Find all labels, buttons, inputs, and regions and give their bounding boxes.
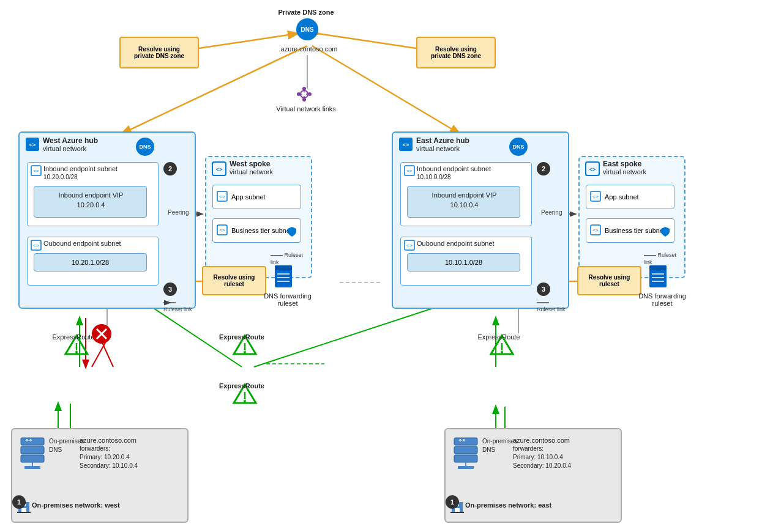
- west-hub-vip-label: Inbound endpoint VIP: [34, 191, 148, 199]
- onprem-east-title: On-premises network: east: [465, 501, 551, 509]
- west-hub-vip-ip: 10.20.0.4: [34, 201, 148, 209]
- onprem-west-dns-label: On-premises: [49, 438, 84, 445]
- west-expressroute-icon: ExpressRoute: [58, 333, 95, 360]
- east-hub-outbound-ip: 10.10.1.0/28: [445, 259, 482, 266]
- west-hub-title: West Azure hub: [43, 136, 98, 145]
- dns-domain-label: azure.contoso.com: [275, 45, 343, 53]
- west-hub-outbound-icon: <>: [31, 240, 42, 252]
- east-expressroute-icon: ExpressRoute: [484, 333, 520, 360]
- svg-rect-84: [458, 466, 474, 469]
- svg-rect-82: [454, 455, 477, 462]
- east-hub-outbound-subnet-box: <> Oubound endpoint subnet 10.10.1.0/28: [400, 237, 532, 286]
- onprem-east-server-icon: [453, 437, 479, 471]
- svg-point-4: [308, 92, 312, 96]
- west-hub-dns-badge: DNS: [136, 138, 154, 156]
- west-hub-vnet-icon: <>: [24, 136, 40, 153]
- west-hub-badge-2: 2: [163, 162, 177, 175]
- east-hub-inbound-ip: 10.10.0.0/28: [417, 174, 451, 180]
- west-resolve-ruleset-label: Resolve using ruleset: [214, 274, 255, 287]
- onprem-east-primary: Primary: 10.10.0.4: [513, 454, 563, 460]
- svg-text:<>: <>: [33, 168, 39, 174]
- east-hub-subtitle: virtual network: [416, 145, 460, 152]
- svg-point-54: [244, 351, 246, 353]
- west-hub-ruleset-link-label: Ruleset link: [163, 299, 195, 312]
- west-hub-outbound-ip: 10.20.1.0/28: [72, 259, 109, 266]
- dns-circle-label: DNS: [301, 26, 313, 33]
- east-dns-ruleset-label: DNS forwarding ruleset: [635, 292, 690, 307]
- east-resolve-private-dns-box: Resolve using private DNS zone: [416, 37, 496, 68]
- svg-text:<>: <>: [216, 166, 223, 172]
- svg-rect-64: [21, 438, 44, 445]
- svg-rect-81: [454, 446, 477, 454]
- west-hub-inbound-label: Inbound endpoint subnet: [43, 165, 118, 172]
- onprem-east-domain: azure.contoso.com: [513, 437, 570, 444]
- svg-text:<>: <>: [592, 194, 599, 199]
- east-hub-inbound-icon: <>: [404, 165, 415, 177]
- east-er-label: ExpressRoute: [474, 333, 523, 341]
- center-er-bottom-label: ExpressRoute: [217, 382, 266, 390]
- svg-text:<>: <>: [592, 227, 599, 233]
- east-hub-title: East Azure hub: [416, 136, 469, 145]
- west-spoke-business-label: Business tier subnet: [231, 227, 292, 234]
- east-hub-inbound-label: Inbound endpoint subnet: [417, 165, 491, 172]
- east-hub-outbound-ip-box: 10.10.1.0/28: [407, 253, 520, 272]
- onprem-east-dns-label2: DNS: [482, 446, 495, 453]
- block-icon: [91, 323, 113, 346]
- east-hub-dns-badge: DNS: [509, 138, 528, 156]
- svg-text:<>: <>: [219, 194, 225, 199]
- onprem-west-domain: azure.contoso.com: [80, 437, 136, 444]
- onprem-west-badge-1: 1: [12, 495, 26, 509]
- east-spoke-business-icon: <>: [590, 224, 601, 237]
- svg-rect-95: [450, 512, 464, 513]
- svg-text:<>: <>: [219, 227, 225, 233]
- east-hub-outbound-icon: <>: [404, 240, 415, 252]
- east-spoke-title: East spoke: [603, 160, 641, 168]
- west-spoke-shield-icon: [287, 226, 297, 238]
- east-spoke-business-subnet-box: <> Business tier subnet: [586, 218, 674, 243]
- east-spoke-app-label: App subnet: [605, 193, 639, 201]
- svg-point-51: [75, 351, 78, 353]
- west-hub-outbound-label: Oubound endpoint subnet: [43, 240, 121, 247]
- west-spoke-app-icon: <>: [217, 191, 228, 203]
- center-expressroute-top-icon: ExpressRoute: [226, 333, 263, 360]
- onprem-east-forwarder-label: forwarders:: [513, 445, 543, 452]
- west-spoke-vnet-icon: <>: [211, 161, 227, 178]
- west-hub-vnet-box: <> West Azure hub virtual network DNS 2 …: [18, 131, 196, 309]
- west-spoke-business-icon: <>: [217, 224, 228, 237]
- west-dns-ruleset-icon: [272, 264, 294, 290]
- east-spoke-subtitle: virtual network: [603, 168, 646, 175]
- onprem-west-title: On-premises network: west: [32, 501, 120, 509]
- west-hub-inbound-subnet-box: <> Inbound endpoint subnet 10.20.0.0/28 …: [27, 162, 159, 226]
- svg-rect-80: [454, 438, 477, 445]
- svg-point-2: [302, 98, 306, 102]
- west-spoke-app-label: App subnet: [231, 193, 266, 201]
- onprem-east-box: On-premises DNS azure.contoso.com forwar…: [444, 428, 622, 523]
- east-spoke-app-icon: <>: [590, 191, 601, 203]
- west-spoke-title: West spoke: [230, 160, 270, 168]
- east-spoke-app-subnet-box: <> App subnet: [586, 185, 674, 209]
- west-resolve-private-dns-box: Resolve using private DNS zone: [119, 37, 199, 68]
- svg-point-57: [244, 400, 246, 402]
- private-dns-zone-label: Private DNS zone: [245, 9, 367, 16]
- east-spoke-business-label: Business tier subnet: [605, 227, 665, 234]
- svg-rect-68: [24, 466, 40, 469]
- west-spoke-subtitle: virtual network: [230, 168, 273, 175]
- svg-text:<>: <>: [406, 168, 413, 174]
- svg-rect-79: [17, 512, 31, 513]
- west-peering-label: Peering: [168, 209, 189, 216]
- east-resolve-ruleset-label: Resolve using ruleset: [589, 274, 630, 287]
- onprem-west-box: On-premises DNS azure.contoso.com forwar…: [11, 428, 189, 523]
- vnet-links-label: Virtual network links: [272, 105, 340, 113]
- east-spoke-shield-icon: [660, 226, 670, 238]
- east-spoke-ruleset-link: Ruleset link: [644, 252, 684, 265]
- east-hub-vnet-box: <> East Azure hub virtual network DNS 2 …: [392, 131, 569, 309]
- west-spoke-ruleset-link: Ruleset link: [271, 252, 311, 265]
- onprem-west-primary: Primary: 10.20.0.4: [80, 454, 130, 460]
- west-hub-vip-box: Inbound endpoint VIP 10.20.0.4: [34, 186, 147, 218]
- svg-text:<>: <>: [33, 243, 39, 248]
- diagram-container: DNS Private DNS zone azure.contoso.com V…: [0, 0, 762, 532]
- east-hub-badge-2: 2: [537, 162, 550, 175]
- svg-rect-94: [455, 508, 460, 512]
- west-hub-inbound-ip: 10.20.0.0/28: [43, 174, 78, 180]
- west-spoke-business-subnet-box: <> Business tier subnet: [212, 218, 301, 243]
